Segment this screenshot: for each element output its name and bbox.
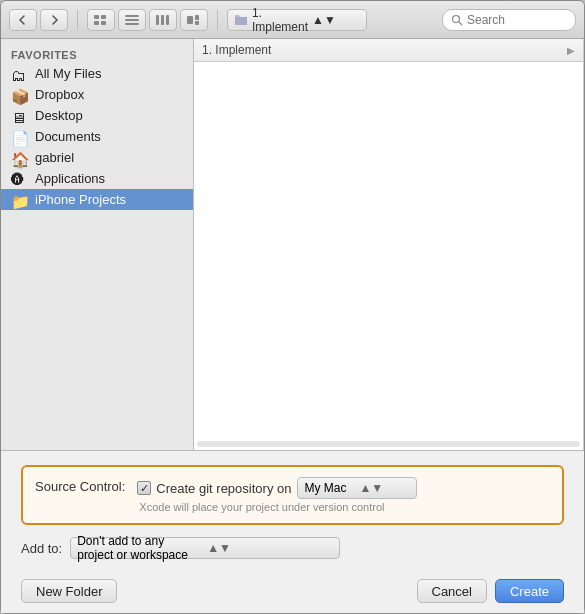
add-to-label: Add to:	[21, 541, 62, 556]
source-control-top: ✓ Create git repository on My Mac ▲▼	[137, 477, 417, 499]
favorites-header: FAVORITES	[1, 45, 193, 63]
main-content: FAVORITES 🗂 All My Files 📦 Dropbox 🖥 Des…	[1, 39, 584, 450]
icon-view-button[interactable]	[87, 9, 115, 31]
sidebar-label-documents: Documents	[35, 129, 101, 144]
source-control-label: Source Control:	[35, 477, 125, 494]
svg-rect-12	[195, 21, 199, 25]
flow-view-button[interactable]	[180, 9, 208, 31]
git-checkbox-text: Create git repository on	[156, 481, 291, 496]
location-arrow: ▲▼	[312, 13, 360, 27]
svg-rect-5	[125, 19, 139, 21]
sidebar-item-dropbox[interactable]: 📦 Dropbox	[1, 84, 193, 105]
location-dropdown[interactable]: 1. Implement ▲▼	[227, 9, 367, 31]
source-control-inner: ✓ Create git repository on My Mac ▲▼ Xco…	[137, 477, 417, 513]
add-to-dropdown[interactable]: Don't add to any project or workspace ▲▼	[70, 537, 340, 559]
separator-2	[217, 10, 218, 30]
svg-line-14	[459, 22, 462, 25]
search-input[interactable]	[467, 13, 567, 27]
add-to-row: Add to: Don't add to any project or work…	[21, 535, 564, 561]
sidebar-label-gabriel: gabriel	[35, 150, 74, 165]
sidebar-label-dropbox: Dropbox	[35, 87, 84, 102]
svg-point-13	[453, 15, 460, 22]
svg-rect-9	[166, 15, 169, 25]
desktop-icon: 🖥	[11, 109, 29, 123]
gabriel-icon: 🏠	[11, 151, 29, 165]
svg-rect-1	[101, 15, 106, 19]
expand-arrow: ▶	[567, 45, 575, 56]
all-files-icon: 🗂	[11, 67, 29, 81]
git-location-value: My Mac	[304, 481, 355, 495]
svg-rect-0	[94, 15, 99, 19]
sidebar-label-applications: Applications	[35, 171, 105, 186]
location-label: 1. Implement	[252, 6, 308, 34]
sidebar-item-gabriel[interactable]: 🏠 gabriel	[1, 147, 193, 168]
git-checkbox-label[interactable]: ✓ Create git repository on	[137, 481, 291, 496]
source-control-row: Source Control: ✓ Create git repository …	[21, 465, 564, 525]
svg-rect-11	[195, 15, 199, 20]
svg-rect-6	[125, 23, 139, 25]
svg-rect-2	[94, 21, 99, 25]
iphone-projects-icon: 📁	[11, 193, 29, 207]
sidebar-item-desktop[interactable]: 🖥 Desktop	[1, 105, 193, 126]
sidebar-label-desktop: Desktop	[35, 108, 83, 123]
column-view-button[interactable]	[149, 9, 177, 31]
svg-rect-7	[156, 15, 159, 25]
sidebar: FAVORITES 🗂 All My Files 📦 Dropbox 🖥 Des…	[1, 39, 194, 450]
search-icon	[451, 14, 463, 26]
sidebar-item-applications[interactable]: 🅐 Applications	[1, 168, 193, 189]
add-to-arrow: ▲▼	[207, 541, 333, 555]
new-folder-button[interactable]: New Folder	[21, 579, 117, 603]
svg-rect-3	[101, 21, 106, 25]
sidebar-item-iphone-projects[interactable]: 📁 iPhone Projects	[1, 189, 193, 210]
forward-button[interactable]	[40, 9, 68, 31]
source-control-hint: Xcode will place your project under vers…	[137, 501, 417, 513]
scrollbar-track[interactable]	[197, 441, 580, 447]
cancel-button[interactable]: Cancel	[417, 579, 487, 603]
create-button[interactable]: Create	[495, 579, 564, 603]
list-view-button[interactable]	[118, 9, 146, 31]
finder-window: 1. Implement ▲▼ FAVORITES 🗂 All My Files…	[0, 0, 585, 614]
svg-rect-10	[187, 16, 193, 24]
footer-buttons: New Folder Cancel Create	[21, 571, 564, 603]
sidebar-label-all-my-files: All My Files	[35, 66, 101, 81]
file-list-body	[194, 62, 583, 392]
nav-buttons	[9, 9, 68, 31]
sidebar-item-all-my-files[interactable]: 🗂 All My Files	[1, 63, 193, 84]
git-location-dropdown[interactable]: My Mac ▲▼	[297, 477, 417, 499]
folder-icon	[234, 13, 248, 27]
documents-icon: 📄	[11, 130, 29, 144]
back-button[interactable]	[9, 9, 37, 31]
svg-rect-8	[161, 15, 164, 25]
toolbar: 1. Implement ▲▼	[1, 1, 584, 39]
git-checkbox[interactable]: ✓	[137, 481, 151, 495]
sidebar-label-iphone-projects: iPhone Projects	[35, 192, 126, 207]
bottom-panel: Source Control: ✓ Create git repository …	[1, 450, 584, 613]
separator-1	[77, 10, 78, 30]
git-location-arrow: ▲▼	[359, 481, 410, 495]
applications-icon: 🅐	[11, 172, 29, 186]
file-list-header: 1. Implement ▶	[194, 39, 583, 62]
add-to-value: Don't add to any project or workspace	[77, 534, 203, 562]
search-box[interactable]	[442, 9, 576, 31]
action-buttons: Cancel Create	[417, 579, 565, 603]
sidebar-item-documents[interactable]: 📄 Documents	[1, 126, 193, 147]
view-buttons	[87, 9, 208, 31]
file-list-title: 1. Implement	[202, 43, 271, 57]
file-pane: 1. Implement ▶	[194, 39, 584, 450]
svg-rect-4	[125, 15, 139, 17]
dropbox-icon: 📦	[11, 88, 29, 102]
